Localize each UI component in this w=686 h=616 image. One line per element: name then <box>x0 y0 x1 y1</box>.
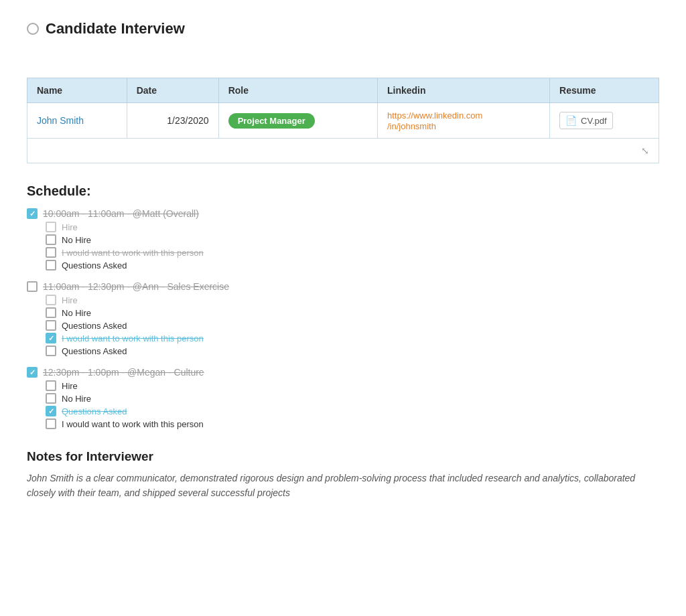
nohire-3-label: No Hire <box>62 394 91 404</box>
work-3-checkbox[interactable] <box>46 418 56 429</box>
schedule-3-label: 12:30pm - 1:00pm - @Megan - Culture <box>43 367 204 378</box>
hire-3-checkbox[interactable] <box>46 380 56 391</box>
questions-3-label: Questions Asked <box>62 406 127 416</box>
schedule-1-label: 10:00am - 11:00am - @Matt (Overall) <box>43 208 199 219</box>
questions-2b-label: Questions Asked <box>62 346 127 356</box>
col-name: Name <box>27 78 127 103</box>
sub-item: I would want to work with this person <box>46 418 659 429</box>
notes-title: Notes for Interviewer <box>27 449 659 464</box>
schedule-3-subitems: Hire No Hire Questions Asked I would wan… <box>46 380 659 429</box>
notes-text: John Smith is a clear communicator, demo… <box>27 471 659 501</box>
sub-item: No Hire <box>46 393 659 404</box>
nohire-1-checkbox[interactable] <box>46 234 56 245</box>
resume-filename: CV.pdf <box>581 116 607 126</box>
sub-item: No Hire <box>46 234 659 245</box>
schedule-item-3: 12:30pm - 1:00pm - @Megan - Culture Hire… <box>27 367 659 429</box>
schedule-2-checkbox[interactable] <box>27 281 38 292</box>
linkedin-link[interactable]: https://www.linkedin.com/in/johnsmith <box>387 110 482 131</box>
notes-section: Notes for Interviewer John Smith is a cl… <box>27 449 659 501</box>
questions-2b-checkbox[interactable] <box>46 345 56 356</box>
hire-2-label: Hire <box>62 295 78 305</box>
candidate-name: John Smith <box>27 103 127 139</box>
col-role: Role <box>218 78 377 103</box>
sub-item: No Hire <box>46 307 659 318</box>
schedule-section: Schedule: 10:00am - 11:00am - @Matt (Ove… <box>27 183 659 429</box>
sub-item: Hire <box>46 380 659 391</box>
hire-3-label: Hire <box>62 381 78 391</box>
questions-2a-label: Questions Asked <box>62 321 127 331</box>
schedule-title: Schedule: <box>27 183 659 199</box>
candidate-resume-cell: 📄 CV.pdf <box>550 103 659 139</box>
schedule-item-1: 10:00am - 11:00am - @Matt (Overall) Hire… <box>27 208 659 271</box>
col-date: Date <box>127 78 218 103</box>
questions-1-checkbox[interactable] <box>46 260 56 271</box>
nohire-2-checkbox[interactable] <box>46 307 56 318</box>
sub-item: Questions Asked <box>46 260 659 271</box>
work-3-label: I would want to work with this person <box>62 419 204 429</box>
questions-3-checkbox[interactable] <box>46 406 56 416</box>
schedule-1-subitems: Hire No Hire I would want to work with t… <box>46 222 659 271</box>
page-title-row: Candidate Interview <box>27 20 659 37</box>
sub-item: Questions Asked <box>46 320 659 331</box>
questions-1-label: Questions Asked <box>62 260 127 271</box>
resume-file[interactable]: 📄 CV.pdf <box>559 112 613 129</box>
hire-1-checkbox[interactable] <box>46 222 56 232</box>
sub-item: I would want to work with this person <box>46 247 659 258</box>
questions-2a-checkbox[interactable] <box>46 320 56 331</box>
candidate-table: Name Date Role Linkedin Resume John Smit… <box>27 78 659 163</box>
nohire-3-checkbox[interactable] <box>46 393 56 404</box>
candidate-row: John Smith 1/23/2020 Project Manager htt… <box>27 103 659 139</box>
nohire-1-label: No Hire <box>62 235 91 245</box>
work-1-label: I would want to work with this person <box>62 248 204 258</box>
schedule-item-2: 11:00am - 12:30pm - @Ann - Sales Exercis… <box>27 281 659 356</box>
hire-1-label: Hire <box>62 222 78 232</box>
work-2-label: I would want to work with this person <box>62 333 204 343</box>
schedule-2-label: 11:00am - 12:30pm - @Ann - Sales Exercis… <box>43 281 229 292</box>
work-2-checkbox[interactable] <box>46 333 56 343</box>
schedule-2-subitems: Hire No Hire Questions Asked I would wan… <box>46 295 659 356</box>
sub-item: Hire <box>46 295 659 305</box>
resize-handle: ⤡ <box>27 139 659 163</box>
hire-2-checkbox[interactable] <box>46 295 56 305</box>
candidate-role-cell: Project Manager <box>218 103 377 139</box>
file-icon: 📄 <box>565 115 577 126</box>
sub-item: Hire <box>46 222 659 232</box>
page-title: Candidate Interview <box>46 20 185 37</box>
nohire-2-label: No Hire <box>62 308 91 318</box>
schedule-3-checkbox[interactable] <box>27 367 38 378</box>
col-linkedin: Linkedin <box>377 78 549 103</box>
candidate-linkedin-cell: https://www.linkedin.com/in/johnsmith <box>377 103 549 139</box>
sub-item: I would want to work with this person <box>46 333 659 343</box>
sub-item: Questions Asked <box>46 345 659 356</box>
circle-icon <box>27 23 39 35</box>
candidate-date: 1/23/2020 <box>127 103 218 139</box>
sub-item: Questions Asked <box>46 406 659 416</box>
work-1-checkbox[interactable] <box>46 247 56 258</box>
role-badge: Project Manager <box>228 113 315 129</box>
col-resume: Resume <box>550 78 659 103</box>
schedule-1-checkbox[interactable] <box>27 208 38 219</box>
